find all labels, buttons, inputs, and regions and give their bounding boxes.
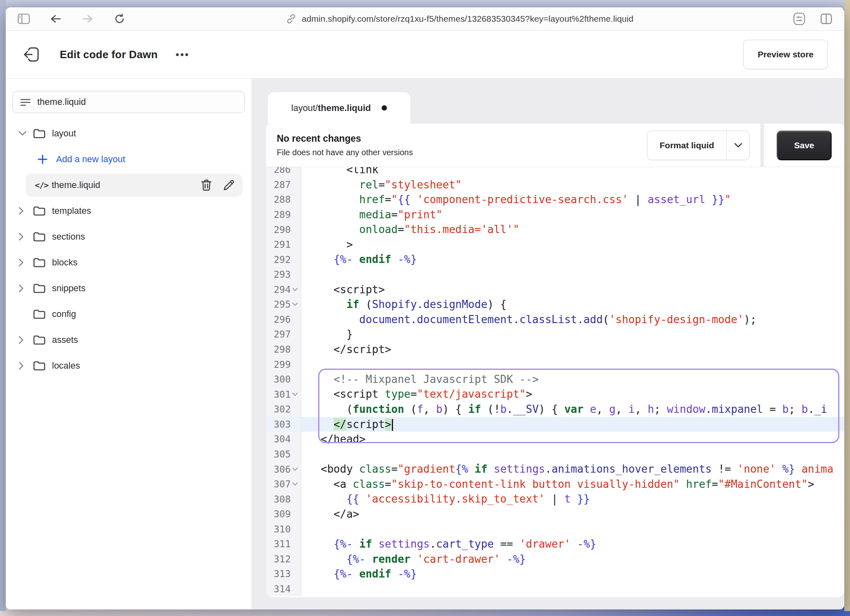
forward-icon[interactable] [79, 11, 96, 27]
code-text[interactable]: <script> [301, 282, 844, 297]
code-text[interactable]: if (Shopify.designMode) { [301, 297, 844, 312]
fold-chevron-icon[interactable] [291, 392, 299, 396]
code-line-292[interactable]: 292 {%- endif -%} [266, 252, 844, 267]
code-line-308[interactable]: 308 {{ 'accessibility.skip_to_text' | t … [266, 491, 844, 507]
preview-store-button[interactable]: Preview store [743, 40, 828, 69]
code-text[interactable]: {%- endif -%} [301, 566, 844, 582]
format-options-caret[interactable] [726, 131, 749, 160]
code-line-299[interactable]: 299 [266, 357, 844, 372]
sidebar-item-assets[interactable]: assets [6, 327, 251, 353]
code-line-290[interactable]: 290 onload="this.media='all'" [266, 222, 844, 237]
fold-chevron-icon[interactable] [291, 288, 299, 292]
sidebar-item-layout[interactable]: layout [6, 120, 251, 146]
code-line-310[interactable]: 310 [266, 522, 844, 537]
sidebar-item-snippets[interactable]: snippets [6, 275, 251, 301]
code-line-301[interactable]: 301 <script type="text/javascript"> [266, 387, 844, 402]
code-text[interactable]: > [301, 237, 844, 252]
code-line-289[interactable]: 289 media="print" [266, 207, 844, 222]
sidebar-item-blocks[interactable]: blocks [6, 249, 251, 275]
code-text[interactable]: } [301, 327, 844, 342]
chevron-right-icon[interactable] [18, 362, 29, 370]
sidebar-item-add-a-new-layout[interactable]: Add a new layout [6, 146, 251, 172]
back-icon[interactable] [47, 11, 64, 27]
fold-chevron-icon[interactable] [291, 467, 299, 471]
header-divider [760, 124, 764, 167]
code-line-295[interactable]: 295 if (Shopify.designMode) { [266, 297, 844, 312]
code-text[interactable]: </script> [301, 342, 844, 357]
chevron-right-icon[interactable] [18, 284, 29, 292]
more-menu-icon[interactable]: ••• [176, 49, 190, 60]
fold-chevron-icon[interactable] [291, 302, 299, 306]
sidebar-item-sections[interactable]: sections [6, 224, 251, 249]
file-search-input[interactable]: theme.liquid [12, 91, 245, 113]
split-view-icon[interactable] [818, 11, 834, 27]
code-text[interactable]: rel="stylesheet" [301, 177, 844, 192]
save-button[interactable]: Save [777, 131, 832, 160]
code-text[interactable]: <script type="text/javascript"> [301, 387, 844, 402]
code-text[interactable]: {%- if settings.cart_type == 'drawer' -%… [301, 537, 844, 552]
code-line-302[interactable]: 302 (function (f, b) { if (!b.__SV) { va… [266, 402, 844, 417]
code-line-307[interactable]: 307 <a class="skip-to-content-link butto… [266, 477, 844, 492]
sidebar-item-locales[interactable]: locales [6, 353, 251, 378]
code-line-286[interactable]: 286 <link [266, 167, 844, 177]
code-line-287[interactable]: 287 rel="stylesheet" [266, 177, 844, 192]
code-line-298[interactable]: 298 </script> [266, 342, 844, 357]
chevron-right-icon[interactable] [18, 207, 29, 215]
tab-theme-liquid[interactable]: layout/theme.liquid [268, 92, 410, 124]
reload-icon[interactable] [111, 11, 128, 27]
code-text[interactable] [301, 447, 844, 462]
code-text[interactable]: </head> [301, 432, 844, 447]
code-line-313[interactable]: 313 {%- endif -%} [266, 566, 844, 582]
code-line-297[interactable]: 297 } [266, 327, 844, 342]
exit-editor-icon[interactable] [22, 45, 41, 64]
code-text[interactable]: {%- endif -%} [301, 252, 844, 267]
code-line-294[interactable]: 294 <script> [266, 282, 844, 297]
code-text[interactable]: (function (f, b) { if (!b.__SV) { var e,… [301, 402, 844, 417]
pencil-icon[interactable] [223, 179, 235, 191]
sidebar-toggle-icon[interactable] [16, 11, 32, 27]
chevron-right-icon[interactable] [18, 336, 29, 344]
code-line-303[interactable]: 303 </script> [266, 417, 844, 432]
chevron-right-icon[interactable] [18, 258, 29, 267]
chevron-down-icon[interactable] [18, 131, 29, 136]
code-line-304[interactable]: 304 </head> [266, 432, 844, 447]
code-line-288[interactable]: 288 href="{{ 'component-predictive-searc… [266, 192, 844, 207]
code-editor[interactable]: 286 <link287 rel="stylesheet"288 href="{… [266, 167, 844, 597]
chevron-right-icon[interactable] [18, 233, 29, 241]
code-line-306[interactable]: 306 <body class="gradient{% if settings.… [266, 462, 844, 477]
code-text[interactable]: onload="this.media='all'" [301, 222, 844, 237]
code-line-300[interactable]: 300 <!-- Mixpanel Javascript SDK --> [266, 372, 844, 387]
code-text[interactable] [301, 522, 844, 537]
code-text[interactable]: </a> [301, 507, 844, 522]
code-line-305[interactable]: 305 [266, 447, 844, 462]
browser-settings-icon[interactable] [791, 11, 807, 27]
format-liquid-button[interactable]: Format liquid [647, 131, 750, 160]
code-text[interactable]: {%- render 'cart-drawer' -%} [301, 552, 844, 567]
code-line-309[interactable]: 309 </a> [266, 507, 844, 522]
plus-icon [37, 154, 53, 165]
sidebar-item-templates[interactable]: templates [6, 198, 251, 224]
sidebar-item-theme-liquid[interactable]: </>theme.liquid [6, 172, 251, 198]
code-text[interactable] [301, 267, 844, 282]
code-text[interactable]: document.documentElement.classList.add('… [301, 312, 844, 327]
code-text[interactable]: <!-- Mixpanel Javascript SDK --> [301, 372, 844, 387]
sidebar-item-config[interactable]: config [6, 301, 251, 327]
trash-icon[interactable] [201, 179, 212, 191]
code-text[interactable]: <body class="gradient{% if settings.anim… [301, 462, 844, 477]
code-text[interactable]: <link [301, 167, 844, 177]
code-text[interactable] [301, 582, 844, 597]
fold-chevron-icon[interactable] [291, 482, 299, 486]
code-line-296[interactable]: 296 document.documentElement.classList.a… [266, 312, 844, 327]
code-line-314[interactable]: 314 [266, 582, 844, 597]
code-text[interactable]: <a class="skip-to-content-link button vi… [301, 477, 844, 492]
code-line-293[interactable]: 293 [266, 267, 844, 282]
code-text[interactable]: media="print" [301, 207, 844, 222]
code-line-312[interactable]: 312 {%- render 'cart-drawer' -%} [266, 552, 844, 567]
code-text[interactable] [301, 357, 844, 372]
code-text[interactable]: href="{{ 'component-predictive-search.cs… [301, 192, 844, 207]
url-bar[interactable]: admin.shopify.com/store/rzq1xu-f5/themes… [128, 13, 791, 25]
code-line-311[interactable]: 311 {%- if settings.cart_type == 'drawer… [266, 537, 844, 552]
code-text[interactable]: </script> [301, 417, 844, 432]
code-line-291[interactable]: 291 > [266, 237, 844, 252]
code-text[interactable]: {{ 'accessibility.skip_to_text' | t }} [301, 491, 844, 507]
